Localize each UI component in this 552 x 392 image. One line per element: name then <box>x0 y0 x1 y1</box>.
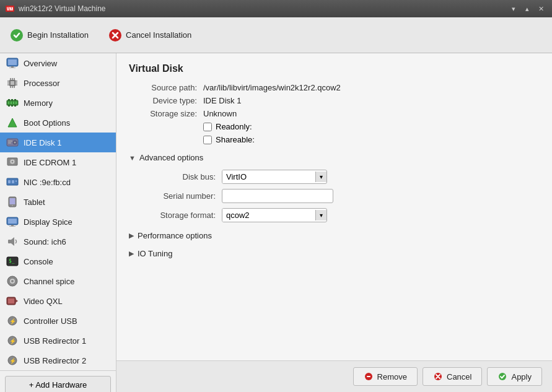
add-hardware-button[interactable]: + Add Hardware <box>5 376 111 392</box>
disk-bus-input[interactable] <box>222 170 315 183</box>
svg-rect-46 <box>15 180 17 182</box>
overview-icon <box>6 57 19 69</box>
advanced-arrow-icon: ▼ <box>129 154 136 162</box>
svg-rect-53 <box>9 226 15 227</box>
action-bar: Remove Cancel Apply <box>116 360 552 392</box>
sidebar-item-usb-redirector-2[interactable]: ⚡ USB Redirector 2 <box>0 351 116 370</box>
sidebar-item-ide-disk-1[interactable]: IDE Disk 1 <box>0 133 116 152</box>
io-tuning-header[interactable]: ▶ IO Tuning <box>129 245 540 262</box>
main-area: Overview <box>0 53 552 392</box>
app-icon: VM <box>5 4 15 14</box>
advanced-options-section: ▼ Advanced options Disk bus: ▾ <box>129 149 540 222</box>
sidebar-item-tablet[interactable]: Tablet <box>0 192 116 212</box>
sidebar-item-console[interactable]: $_ Console <box>0 251 116 271</box>
remove-button[interactable]: Remove <box>353 367 418 386</box>
svg-rect-7 <box>11 66 14 68</box>
sidebar-item-controller-usb[interactable]: ⚡ Controller USB <box>0 311 116 331</box>
storage-size-value: Unknown <box>203 109 237 118</box>
close-button[interactable]: ✕ <box>535 3 547 14</box>
disk-bus-row: Disk bus: ▾ <box>141 170 540 184</box>
disk-bus-label: Disk bus: <box>141 172 222 181</box>
svg-rect-61 <box>8 298 14 303</box>
serial-number-input[interactable] <box>222 189 333 203</box>
device-type-value: IDE Disk 1 <box>203 96 241 105</box>
begin-installation-button[interactable]: Begin Installation <box>5 26 94 45</box>
sidebar-item-ide-cdrom-1[interactable]: IDE CDROM 1 <box>0 152 116 172</box>
svg-rect-8 <box>9 68 15 68</box>
serial-number-control <box>222 189 333 203</box>
tablet-icon <box>6 196 19 208</box>
svg-text:⚡: ⚡ <box>9 318 17 325</box>
svg-text:⚡: ⚡ <box>9 357 17 365</box>
svg-rect-51 <box>8 219 17 224</box>
device-type-row: Device type: IDE Disk 1 <box>129 96 540 105</box>
storage-size-row: Storage size: Unknown <box>129 109 540 118</box>
svg-marker-34 <box>8 118 17 127</box>
sidebar-item-nic[interactable]: NIC :9e:fb:cd <box>0 172 116 192</box>
sidebar-item-processor[interactable]: Processor <box>0 73 116 93</box>
ide-disk-1-icon <box>6 136 19 149</box>
sidebar-item-sound-ich6[interactable]: Sound: ich6 <box>0 232 116 251</box>
sidebar-item-boot-options[interactable]: Boot Options <box>0 113 116 133</box>
source-path-value: /var/lib/libvirt/images/win2k12r2.qcow2 <box>203 83 341 92</box>
ide-disk-1-label: IDE Disk 1 <box>24 138 61 147</box>
cancel-installation-label: Cancel Installation <box>126 30 191 40</box>
titlebar-controls: ▾ ▴ ✕ <box>507 3 547 14</box>
svg-point-49 <box>12 205 13 206</box>
apply-label: Apply <box>511 372 532 381</box>
storage-format-dropdown-button[interactable]: ▾ <box>315 210 326 220</box>
sidebar-item-memory[interactable]: Memory <box>0 93 116 113</box>
sidebar-item-channel-spice[interactable]: Channel spice <box>0 271 116 291</box>
performance-options-label: Performance options <box>138 231 212 240</box>
content-inner: Virtual Disk Source path: /var/lib/libvi… <box>116 53 552 360</box>
cancel-label: Cancel <box>447 372 471 381</box>
svg-marker-62 <box>15 299 18 303</box>
cancel-button[interactable]: Cancel <box>423 367 482 386</box>
disk-bus-combobox: ▾ <box>222 170 327 184</box>
add-hardware-label: + Add Hardware <box>29 380 87 390</box>
begin-install-icon <box>10 28 24 42</box>
sidebar-item-overview[interactable]: Overview <box>0 53 116 73</box>
cancel-installation-button[interactable]: Cancel Installation <box>103 26 196 45</box>
titlebar: VM win2k12r2 Virtual Machine ▾ ▴ ✕ <box>0 0 552 17</box>
apply-button[interactable]: Apply <box>487 367 542 386</box>
usb-redirector-2-label: USB Redirector 2 <box>24 356 86 365</box>
display-spice-label: Display Spice <box>24 217 72 227</box>
shareable-label: Shareable: <box>216 135 255 144</box>
apply-icon <box>497 372 507 381</box>
device-type-label: Device type: <box>129 96 203 105</box>
svg-rect-52 <box>11 225 14 226</box>
storage-format-label: Storage format: <box>141 211 222 220</box>
controller-usb-label: Controller USB <box>24 316 77 326</box>
svg-rect-24 <box>8 99 10 101</box>
usb-redirector-1-icon: ⚡ <box>6 334 19 347</box>
sidebar-item-display-spice[interactable]: Display Spice <box>0 212 116 232</box>
begin-installation-label: Begin Installation <box>27 30 89 40</box>
svg-rect-27 <box>8 105 10 107</box>
nic-label: NIC :9e:fb:cd <box>24 178 71 187</box>
svg-rect-45 <box>12 180 14 183</box>
disk-bus-dropdown-button[interactable]: ▾ <box>315 172 326 182</box>
performance-options-header[interactable]: ▶ Performance options <box>129 227 540 244</box>
svg-rect-10 <box>11 81 14 85</box>
maximize-button[interactable]: ▴ <box>521 3 533 14</box>
minimize-button[interactable]: ▾ <box>507 3 520 14</box>
readonly-checkbox[interactable] <box>203 123 212 131</box>
remove-label: Remove <box>377 372 407 381</box>
cancel-install-icon <box>108 28 122 42</box>
controller-usb-icon: ⚡ <box>6 315 19 327</box>
sidebar-item-video-qxl[interactable]: Video QXL <box>0 291 116 311</box>
advanced-options-header[interactable]: ▼ Advanced options <box>129 149 540 166</box>
svg-rect-33 <box>15 102 17 104</box>
svg-rect-31 <box>11 102 12 104</box>
svg-point-42 <box>12 161 14 163</box>
svg-rect-32 <box>13 102 14 104</box>
shareable-checkbox[interactable] <box>203 136 212 144</box>
video-qxl-icon <box>6 295 19 307</box>
source-path-row: Source path: /var/lib/libvirt/images/win… <box>129 83 540 92</box>
storage-format-control: ▾ <box>222 208 327 222</box>
storage-format-input[interactable] <box>222 209 315 222</box>
sidebar-item-usb-redirector-1[interactable]: ⚡ USB Redirector 1 <box>0 331 116 351</box>
readonly-label: Readonly: <box>216 122 252 131</box>
svg-rect-44 <box>8 180 11 183</box>
